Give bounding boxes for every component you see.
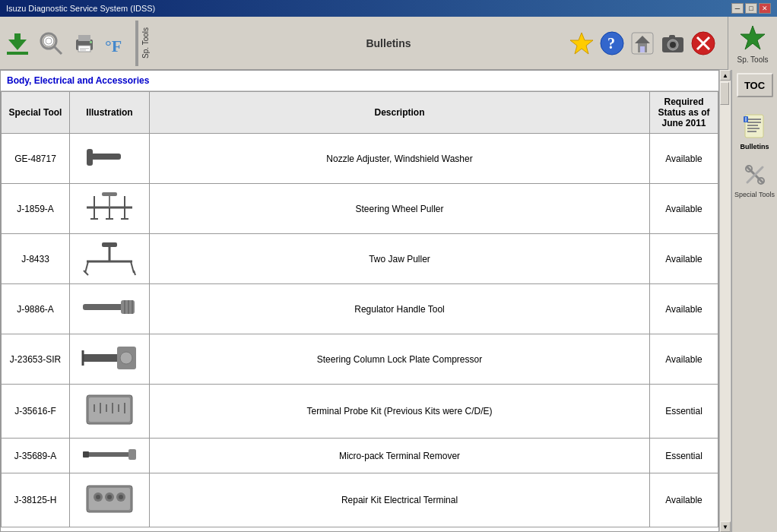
- svg-rect-2: [7, 52, 28, 55]
- favorites-button[interactable]: [567, 29, 596, 58]
- table-row: J-1859-A Steering Wheel PullerAvailable: [2, 184, 718, 234]
- special-tools-icon: [741, 160, 769, 189]
- home-icon: [628, 29, 657, 58]
- panel-header: Body, Electrical and Accessories: [1, 71, 718, 91]
- svg-rect-12: [90, 41, 92, 43]
- table-scroll-container[interactable]: Special Tool Illustration Description Re…: [1, 91, 718, 531]
- table-row: J-23653-SIR Steering Column Lock Plate C…: [2, 334, 718, 385]
- svg-rect-8: [78, 35, 90, 41]
- page-title: Bulletins: [366, 37, 411, 49]
- svg-rect-77: [747, 122, 761, 123]
- sp-tools-label: Sp. Tools: [141, 27, 150, 59]
- search-button[interactable]: [36, 29, 65, 58]
- svg-rect-79: [747, 128, 760, 129]
- sp-tools-right-label: Sp. Tools: [737, 55, 769, 64]
- description-cell: Repair Kit Electrical Terminal: [150, 473, 650, 527]
- svg-rect-78: [747, 125, 758, 126]
- header-special-tool: Special Tool: [2, 92, 70, 134]
- tool-id-cell: GE-48717: [2, 134, 70, 184]
- svg-rect-20: [640, 46, 645, 52]
- table-row: J-8433 Two Jaw PullerAvailable: [2, 234, 718, 284]
- svg-marker-0: [8, 40, 27, 50]
- tool-id-cell: J-38125-H: [2, 473, 70, 527]
- sidebar-item-bulletins[interactable]: Bulletins: [738, 109, 770, 154]
- svg-point-54: [120, 352, 132, 364]
- scrollbar-area[interactable]: ▲ ▼: [719, 70, 731, 532]
- special-tools-label: Special Tools: [734, 191, 775, 199]
- table-row: J-35689-A Micro-pack Terminal RemoverEss…: [2, 439, 718, 473]
- status-cell: Available: [650, 284, 718, 334]
- illustration-cell: [70, 473, 150, 527]
- help-button[interactable]: ?: [598, 29, 626, 58]
- svg-marker-14: [570, 33, 593, 54]
- scroll-down-button[interactable]: ▼: [720, 521, 731, 532]
- svg-line-43: [85, 261, 88, 273]
- svg-point-73: [107, 495, 112, 499]
- download-button[interactable]: [3, 29, 32, 58]
- window-controls: ─ □ ✕: [731, 3, 771, 14]
- close-button[interactable]: ✕: [759, 3, 771, 14]
- main-panel: Body, Electrical and Accessories Special…: [0, 70, 719, 532]
- scroll-up-button[interactable]: ▲: [720, 70, 731, 81]
- header-description: Description: [150, 92, 650, 134]
- svg-rect-30: [87, 149, 93, 166]
- svg-rect-57: [89, 397, 130, 422]
- illustration-cell: [70, 184, 150, 234]
- table-row: J-9886-A Regulator Handle ToolAvailable: [2, 284, 718, 334]
- table-row: J-35616-F Terminal Probe Kit (Previous K…: [2, 385, 718, 439]
- scroll-thumb[interactable]: [720, 82, 729, 105]
- camera-button[interactable]: [658, 29, 687, 58]
- description-cell: Terminal Probe Kit (Previous Kits were C…: [150, 385, 650, 439]
- temperature-button[interactable]: °F: [103, 29, 132, 58]
- illustration-cell: [70, 134, 150, 184]
- special-tools-table: Special Tool Illustration Description Re…: [1, 91, 718, 527]
- svg-rect-11: [80, 49, 86, 51]
- minimize-button[interactable]: ─: [731, 3, 744, 14]
- tool-id-cell: J-23653-SIR: [2, 334, 70, 385]
- print-button[interactable]: [70, 29, 99, 58]
- svg-rect-76: [747, 119, 761, 120]
- svg-point-72: [96, 495, 100, 499]
- svg-rect-10: [80, 48, 89, 49]
- svg-line-5: [54, 46, 62, 54]
- description-cell: Nozzle Adjuster, Windshield Washer: [150, 134, 650, 184]
- svg-text:?: ?: [607, 35, 615, 52]
- table-row: GE-48717 Nozzle Adjuster, Windshield Was…: [2, 134, 718, 184]
- description-cell: Regulator Handle Tool: [150, 284, 650, 334]
- status-cell: Available: [650, 184, 718, 234]
- illustration-cell: [70, 234, 150, 284]
- status-cell: Essential: [650, 385, 718, 439]
- svg-text:°F: °F: [105, 36, 122, 55]
- sidebar-item-special-tools[interactable]: Special Tools: [733, 157, 776, 202]
- status-cell: Available: [650, 234, 718, 284]
- tool-id-cell: J-8433: [2, 234, 70, 284]
- svg-rect-47: [83, 304, 125, 310]
- exit-icon: [689, 29, 718, 58]
- svg-point-23: [670, 42, 676, 48]
- status-cell: Available: [650, 473, 718, 527]
- svg-line-46: [134, 271, 135, 275]
- content-area: Body, Electrical and Accessories Special…: [0, 70, 777, 532]
- svg-marker-28: [741, 26, 765, 49]
- main-toolbar: °F Sp. Tools Bulletins ?: [0, 17, 777, 70]
- home-button[interactable]: [628, 29, 657, 58]
- svg-rect-64: [83, 452, 132, 457]
- app-title: Isuzu Diagnostic Service System (IDSS): [6, 4, 155, 13]
- search-icon: [36, 29, 65, 58]
- svg-rect-65: [128, 449, 136, 460]
- tool-id-cell: J-9886-A: [2, 284, 70, 334]
- download-icon: [3, 29, 32, 58]
- toc-button[interactable]: TOC: [737, 73, 773, 97]
- svg-point-4: [43, 36, 54, 46]
- maximize-button[interactable]: □: [745, 3, 757, 14]
- exit-button[interactable]: [689, 29, 718, 58]
- help-icon: ?: [598, 29, 626, 58]
- tool-id-cell: J-35616-F: [2, 385, 70, 439]
- table-row: J-38125-H Repair Kit Electrical Terminal…: [2, 473, 718, 527]
- section-title[interactable]: Body, Electrical and Accessories: [7, 75, 149, 86]
- sp-tools-right-icon: [738, 23, 767, 54]
- illustration-cell: [70, 385, 150, 439]
- description-cell: Micro-pack Terminal Remover: [150, 439, 650, 473]
- illustration-cell: [70, 334, 150, 385]
- svg-point-74: [119, 495, 123, 499]
